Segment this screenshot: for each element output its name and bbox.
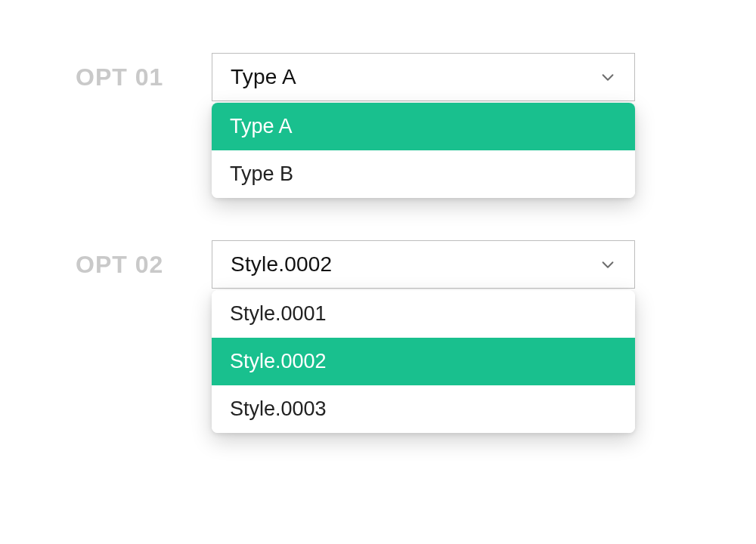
dropdown-opt01: Type A Type B [212, 103, 635, 198]
option-style-0002[interactable]: Style.0002 [212, 338, 635, 385]
field-label-opt02: OPT 02 [76, 240, 212, 279]
option-style-0003[interactable]: Style.0003 [212, 385, 635, 433]
select-wrap-opt02: Style.0002 Style.0001 Style.0002 Style.0… [212, 240, 635, 433]
option-type-a[interactable]: Type A [212, 103, 635, 150]
select-wrap-opt01: Type A Type A Type B [212, 53, 635, 198]
select-opt02[interactable]: Style.0002 [212, 240, 635, 289]
field-row-opt01: OPT 01 Type A Type A Type B [76, 53, 680, 198]
option-type-b[interactable]: Type B [212, 150, 635, 198]
dropdown-opt02: Style.0001 Style.0002 Style.0003 [212, 290, 635, 433]
chevron-down-icon [600, 69, 616, 85]
chevron-down-icon [600, 256, 616, 273]
select-opt01[interactable]: Type A [212, 53, 635, 101]
field-row-opt02: OPT 02 Style.0002 Style.0001 Style.0002 … [76, 240, 680, 433]
field-label-opt01: OPT 01 [76, 53, 212, 91]
option-style-0001[interactable]: Style.0001 [212, 290, 635, 338]
select-value-opt01: Type A [231, 65, 296, 89]
select-value-opt02: Style.0002 [231, 252, 332, 277]
